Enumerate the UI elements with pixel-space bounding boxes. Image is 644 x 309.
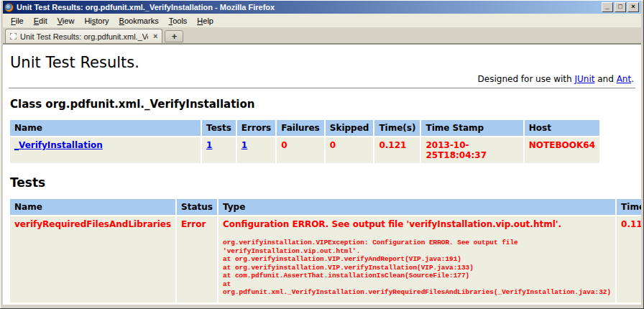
cell-skipped: 0 (326, 137, 374, 163)
stack-trace: org.verifyinstallation.VIPException: Con… (223, 239, 611, 297)
firefox-icon (4, 3, 14, 12)
cell-errors: 1 (237, 137, 275, 163)
tests-table: Name Status Type Time(s) verifyRequiredF… (9, 198, 641, 304)
col-timestamp: Time Stamp (421, 120, 523, 136)
cell-host: NOTEBOOK64 (525, 137, 599, 163)
menu-tools[interactable]: Tools (164, 15, 193, 27)
maximize-button[interactable]: □ (615, 2, 626, 12)
cell-test-name: verifyRequiredFilesAndLibraries (10, 216, 175, 303)
ant-link[interactable]: Ant (617, 74, 632, 84)
col-type: Type (218, 199, 615, 215)
page-content: Unit Test Results. Designed for use with… (3, 45, 641, 305)
page-title: Unit Test Results. (10, 54, 635, 71)
cell-class-name: _VerifyInstallation (10, 137, 201, 163)
table-row: _VerifyInstallation 1 1 0 0 0.121 2013-1… (10, 137, 599, 163)
col-test-name: Name (10, 199, 175, 215)
tab-close-icon[interactable]: × (152, 33, 157, 40)
browser-window: Unit Test Results: org.pdfunit.xml._Veri… (0, 0, 644, 309)
col-test-time: Time(s) (617, 199, 641, 215)
window-controls: _ □ × (602, 2, 640, 12)
class-summary-table: Name Tests Errors Failures Skipped Time(… (9, 119, 601, 165)
menu-view[interactable]: View (52, 15, 80, 27)
junit-link[interactable]: JUnit (574, 74, 594, 84)
cell-tests: 1 (202, 137, 236, 163)
col-errors: Errors (237, 120, 275, 136)
errors-count-link[interactable]: 1 (242, 140, 247, 150)
tests-count-link[interactable]: 1 (206, 140, 212, 150)
col-skipped: Skipped (326, 120, 374, 136)
cell-time: 0.121 (374, 137, 420, 163)
designed-prefix: Designed for use with (478, 74, 575, 84)
designed-suffix: . (631, 74, 634, 84)
col-tests: Tests (202, 120, 236, 136)
menu-file[interactable]: File (6, 15, 29, 27)
title-bar: Unit Test Results: org.pdfunit.xml._Veri… (3, 1, 641, 14)
menu-bar: FileEditViewHistoryBookmarksToolsHelp (3, 14, 641, 28)
cell-type: Configuration ERROR. See output file 've… (218, 216, 615, 303)
close-button[interactable]: × (627, 2, 639, 12)
tab-strip: Unit Test Results: org.pdfunit.xml._Veri… (3, 28, 641, 45)
col-status: Status (177, 199, 217, 215)
cell-test-time: 0.119 (617, 216, 641, 303)
minimize-button[interactable]: _ (602, 2, 613, 12)
window-title: Unit Test Results: org.pdfunit.xml._Veri… (17, 3, 599, 11)
cell-failures: 0 (277, 137, 324, 163)
tab-title: Unit Test Results: org.pdfunit.xml._Veri… (20, 32, 148, 41)
col-failures: Failures (277, 120, 324, 136)
tests-table-header-row: Name Status Type Time(s) (10, 199, 641, 215)
col-name: Name (10, 120, 201, 136)
tests-heading: Tests (10, 175, 635, 190)
designed-middle: and (594, 74, 616, 84)
class-link[interactable]: _VerifyInstallation (14, 140, 103, 150)
col-time: Time(s) (374, 120, 420, 136)
new-tab-button[interactable]: + (165, 30, 183, 42)
class-table-header-row: Name Tests Errors Failures Skipped Time(… (10, 120, 599, 136)
error-headline: Configuration ERROR. See output file 've… (223, 219, 611, 229)
menu-edit[interactable]: Edit (29, 15, 52, 27)
tab-unit-test-results[interactable]: Unit Test Results: org.pdfunit.xml._Veri… (5, 29, 162, 43)
cell-timestamp: 2013-10-25T18:04:37 (421, 137, 523, 163)
table-row: verifyRequiredFilesAndLibraries Error Co… (10, 216, 641, 303)
divider (9, 88, 635, 88)
col-host: Host (525, 120, 599, 136)
designed-for-line: Designed for use with JUnit and Ant. (9, 74, 634, 84)
cell-status: Error (177, 216, 217, 303)
menu-bookmarks[interactable]: Bookmarks (114, 15, 164, 27)
menu-help[interactable]: Help (192, 15, 218, 27)
page-icon (10, 33, 17, 40)
class-heading: Class org.pdfunit.xml._VerifyInstallatio… (10, 98, 635, 111)
menu-history[interactable]: History (79, 15, 114, 27)
